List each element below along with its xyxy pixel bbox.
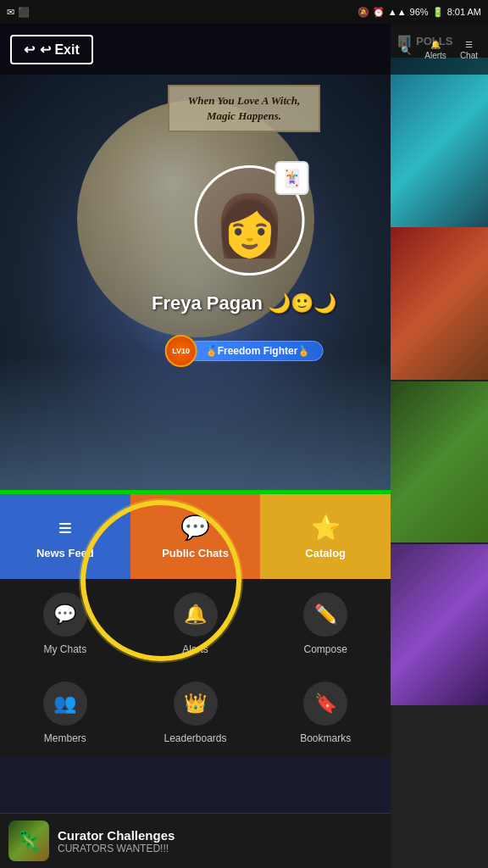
leaderboards-icon: 👑: [184, 693, 207, 715]
top-nav-right: 🔍 🔔 Alerts ☰ Chat: [401, 38, 478, 60]
avatar-badge: 🃏: [275, 161, 309, 195]
bookmarks-label: Bookmarks: [300, 732, 351, 744]
catalog-label: Catalog: [305, 547, 346, 559]
leaderboards-label: Leaderboards: [164, 732, 226, 744]
bottom-nav: ≡ News Feed 💬 Public Chats ⭐ Catalog 💬 M…: [0, 494, 391, 757]
alerts-icon-bg: 🔔: [174, 593, 218, 637]
avatar-container: 👩 🃏: [195, 165, 305, 275]
signal-icon: ▲▲: [388, 7, 407, 17]
chat-nav-label: Chat: [460, 51, 478, 60]
members-icon-bg: 👥: [43, 682, 87, 726]
status-right: 🔕 ⏰ ▲▲ 96% 🔋 8:01 AM: [358, 7, 481, 18]
curator-banner[interactable]: 🦎 Curator Challenges CURATORS WANTED!!!: [0, 813, 391, 868]
banner-line1: When You Love A Witch,: [188, 94, 301, 107]
polls-image-2[interactable]: [391, 227, 488, 380]
banner-text: When You Love A Witch, Magic Happens.: [183, 93, 305, 124]
catalog-button[interactable]: ⭐ Catalog: [260, 494, 391, 579]
level-title: 🏅Freedom Fighter🏅: [205, 345, 311, 357]
bell-icon: 🔔: [430, 40, 441, 49]
username-container: Freya Pagan 🌙🙂🌙: [117, 292, 371, 314]
app-icon: ⬛: [18, 7, 30, 18]
cloud-overlay: [0, 354, 391, 490]
notification-icon: ✉: [7, 7, 14, 18]
profile-background: [0, 75, 391, 490]
public-chats-icon: 💬: [180, 514, 210, 542]
level-bar: 🏅Freedom Fighter🏅: [186, 341, 324, 361]
members-icon: 👥: [53, 693, 76, 715]
bookmarks-icon-bg: 🔖: [303, 682, 347, 726]
nav-row-tertiary: 👥 Members 👑 Leaderboards 🔖 Bookmarks: [0, 668, 391, 757]
news-feed-label: News Feed: [36, 547, 94, 559]
level-circle: LV10: [165, 335, 197, 367]
chat-button[interactable]: ☰ Chat: [460, 38, 478, 60]
polls-image-3[interactable]: [391, 381, 488, 542]
compose-icon: ✏️: [314, 604, 337, 626]
badge-icon: 🃏: [281, 168, 302, 188]
status-left: ✉ ⬛: [7, 7, 30, 18]
curator-avatar-image: 🦎: [16, 829, 42, 853]
alerts-nav-label: Alerts: [424, 51, 446, 60]
catalog-icon: ⭐: [311, 514, 341, 542]
news-feed-icon: ≡: [58, 515, 72, 542]
members-button[interactable]: 👥 Members: [0, 676, 130, 748]
leaderboards-button[interactable]: 👑 Leaderboards: [130, 676, 261, 748]
bookmarks-icon: 🔖: [314, 693, 337, 715]
search-button[interactable]: 🔍: [401, 44, 411, 55]
username[interactable]: Freya Pagan 🌙🙂🌙: [117, 292, 371, 314]
my-chats-label: My Chats: [43, 643, 86, 655]
banner-line2: Magic Happens.: [207, 109, 281, 122]
compose-button[interactable]: ✏️ Compose: [260, 587, 391, 659]
alerts-icon: 🔔: [184, 604, 207, 626]
news-feed-button[interactable]: ≡ News Feed: [0, 494, 130, 579]
leaderboards-icon-bg: 👑: [174, 682, 218, 726]
my-chats-icon-bg: 💬: [43, 593, 87, 637]
compose-label: Compose: [304, 643, 347, 655]
alerts-nav-button[interactable]: 🔔 Alerts: [130, 587, 261, 659]
battery-percent: 96%: [410, 7, 429, 17]
exit-button[interactable]: ↩ ↩ Exit: [10, 35, 93, 64]
alarm-icon: ⏰: [373, 7, 385, 18]
alerts-label: Alerts: [182, 643, 208, 655]
menu-icon: ☰: [465, 40, 473, 49]
curator-subtitle: CURATORS WANTED!!!: [58, 843, 175, 854]
battery-icon: 🔋: [432, 7, 444, 18]
level-badge-container: LV10 🏅Freedom Fighter🏅: [165, 335, 324, 367]
my-chats-button[interactable]: 💬 My Chats: [0, 587, 130, 659]
public-chats-button[interactable]: 💬 Public Chats: [130, 494, 261, 579]
members-label: Members: [44, 732, 86, 744]
exit-label: ↩ Exit: [40, 42, 80, 58]
public-chats-label: Public Chats: [162, 547, 229, 559]
top-nav: ↩ ↩ Exit 🔍 🔔 Alerts ☰ Chat: [0, 24, 488, 75]
bookmarks-button[interactable]: 🔖 Bookmarks: [260, 676, 391, 748]
compose-icon-bg: ✏️: [303, 593, 347, 637]
mute-icon: 🔕: [358, 7, 369, 18]
curator-title: Curator Challenges: [58, 828, 175, 843]
profile-banner: When You Love A Witch, Magic Happens.: [168, 85, 320, 132]
right-panel: 📊 POLLS: [391, 24, 488, 868]
curator-text: Curator Challenges CURATORS WANTED!!!: [58, 828, 175, 854]
level-text: LV10: [172, 348, 190, 355]
status-bar: ✉ ⬛ 🔕 ⏰ ▲▲ 96% 🔋 8:01 AM: [0, 0, 488, 24]
exit-arrow-icon: ↩: [24, 42, 35, 58]
alerts-button[interactable]: 🔔 Alerts: [424, 38, 446, 60]
time: 8:01 AM: [447, 7, 481, 17]
nav-row-secondary: 💬 My Chats 🔔 Alerts ✏️ Compose: [0, 579, 391, 668]
curator-avatar: 🦎: [8, 821, 49, 861]
polls-image-1[interactable]: [391, 58, 488, 227]
search-icon: 🔍: [401, 46, 411, 55]
my-chats-icon: 💬: [53, 604, 76, 626]
nav-row-main: ≡ News Feed 💬 Public Chats ⭐ Catalog: [0, 494, 391, 579]
polls-image-4[interactable]: [391, 544, 488, 705]
